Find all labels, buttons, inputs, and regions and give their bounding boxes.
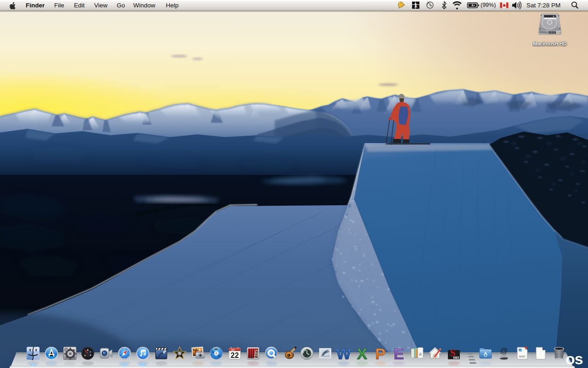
svg-text:1: 1 (414, 2, 418, 9)
svg-text:X: X (357, 346, 368, 360)
svg-text:E: E (394, 346, 404, 360)
svg-text:22: 22 (231, 351, 239, 359)
svg-text:DOC: DOC (519, 355, 526, 358)
svg-text:SBX: SBX (453, 356, 459, 359)
svg-text:@: @ (500, 346, 508, 355)
svg-text:W: W (337, 346, 351, 360)
svg-text:a: a (419, 350, 422, 357)
svg-text:P: P (375, 346, 386, 360)
